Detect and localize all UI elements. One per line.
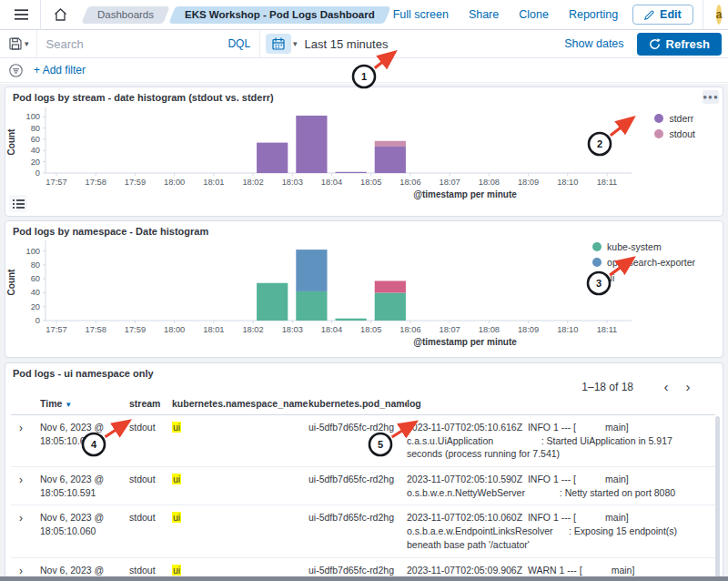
svg-text:18:02: 18:02: [242, 178, 263, 187]
nav-link-clone[interactable]: Clone: [519, 8, 549, 21]
menu-hamburger-icon[interactable]: [9, 3, 33, 26]
bar-chart-stream: 02040608010017:5717:5817:5918:0018:0118:…: [5, 103, 715, 209]
svg-text:18:07: 18:07: [440, 325, 460, 334]
legend-label: stdout: [669, 128, 695, 139]
bar-segment-stderr-18:03[interactable]: [296, 116, 327, 173]
cell-pod: ui-5dfb7d65fc-rd2hg: [308, 505, 407, 557]
cell-log: 2023-11-07T02:05:10.590Z INFO 1 --- [ ma…: [407, 467, 715, 505]
add-filter-link[interactable]: + Add filter: [34, 64, 86, 76]
bar-segment-kube-system-18:05[interactable]: [375, 292, 406, 321]
svg-text:17:59: 17:59: [125, 325, 146, 334]
cell-namespace: ui: [172, 467, 308, 505]
svg-text:18:05: 18:05: [360, 178, 381, 187]
svg-text:@timestamp per minute: @timestamp per minute: [413, 189, 517, 199]
pagination-prev-icon[interactable]: ‹: [655, 381, 677, 393]
edit-button[interactable]: Edit: [632, 5, 693, 25]
svg-text:18:03: 18:03: [282, 178, 303, 187]
cell-pod: ui-5dfb7d65fc-rd2hg: [308, 415, 407, 467]
svg-text:0: 0: [35, 316, 40, 325]
cell-namespace: ui: [172, 505, 308, 557]
breadcrumb-item[interactable]: Dashboards: [85, 6, 167, 24]
cell-time: Nov 6, 2023 @ 18:05:10.060: [40, 505, 129, 557]
bar-segment-stderr-18:04[interactable]: [336, 172, 367, 173]
cell-log: 2023-11-07T02:05:10.060Z INFO 1 --- [ ma…: [407, 505, 715, 557]
avatar-initial: a: [716, 8, 723, 21]
row-expand-icon[interactable]: ›: [11, 511, 23, 526]
nav-links: Full screenShareCloneReporting: [393, 8, 618, 21]
svg-text:80: 80: [31, 260, 40, 270]
panel-options-icon[interactable]: ●●●: [703, 90, 719, 104]
legend-item-stdout[interactable]: stdout: [654, 128, 695, 139]
bar-segment-stdout-18:05[interactable]: [375, 141, 406, 147]
cell-time: Nov 6, 2023 @ 18:05:10.616: [40, 415, 129, 467]
svg-text:17:57: 17:57: [46, 325, 66, 334]
header-namespace[interactable]: kubernetes.namespace_name: [172, 392, 308, 415]
svg-text:100: 100: [25, 247, 40, 256]
legend-item-ui[interactable]: ui: [592, 272, 695, 283]
nav-link-share[interactable]: Share: [469, 8, 499, 21]
saved-query-menu-button[interactable]: ▾: [0, 30, 37, 57]
legend-toggle-button[interactable]: [9, 195, 27, 212]
log-message: 2023-11-07T02:05:10.616Z INFO 1 --- [ ma…: [407, 421, 710, 461]
save-icon: [9, 37, 22, 50]
filter-icon[interactable]: [9, 64, 23, 77]
bar-segment-ui-18:05[interactable]: [375, 280, 406, 292]
bar-segment-kube-system-18:03[interactable]: [296, 291, 327, 321]
legend-dot: [592, 258, 602, 267]
panel-pod-logs-by-stream: Pod logs by stream - date histogram (std…: [5, 87, 723, 217]
table-scrollbar[interactable]: [715, 416, 720, 581]
svg-text:40: 40: [31, 288, 40, 297]
svg-text:18:11: 18:11: [597, 178, 618, 187]
legend-label: kube-system: [607, 241, 662, 252]
bar-segment-stderr-18:02[interactable]: [257, 143, 288, 173]
cell-time: Nov 6, 2023 @ 18:05:10.591: [40, 467, 129, 505]
home-icon[interactable]: [48, 3, 72, 26]
svg-text:18:10: 18:10: [557, 178, 578, 187]
row-expand-icon[interactable]: ›: [11, 421, 23, 436]
date-picker-quick-select-button[interactable]: [266, 34, 291, 54]
bar-segment-kube-system-18:04[interactable]: [336, 319, 367, 321]
legend-item-stderr[interactable]: stderr: [654, 113, 695, 124]
svg-text:18:06: 18:06: [399, 178, 420, 187]
legend-dot: [654, 114, 663, 123]
svg-text:18:10: 18:10: [557, 325, 578, 334]
cell-stream: stdout: [129, 467, 172, 505]
chevron-down-icon[interactable]: ▾: [293, 39, 298, 48]
dashboard-grid: Pod logs by stream - date histogram (std…: [0, 84, 728, 581]
legend-item-kube-system[interactable]: kube-system: [592, 241, 695, 252]
log-table-wrap: Time▼ stream kubernetes.namespace_name k…: [5, 392, 723, 581]
bar-segment-stderr-18:05[interactable]: [375, 147, 406, 173]
chevron-down-icon: ▾: [25, 39, 29, 48]
show-dates-link[interactable]: Show dates: [564, 37, 623, 50]
row-expand-icon[interactable]: ›: [11, 473, 23, 488]
cell-pod: ui-5dfb7d65fc-rd2hg: [308, 467, 407, 505]
avatar[interactable]: a: [716, 5, 723, 25]
svg-text:20: 20: [31, 158, 40, 167]
cell-stream: stdout: [129, 415, 172, 467]
header-time[interactable]: Time▼: [40, 392, 129, 415]
query-language-label: DQL: [228, 37, 250, 50]
list-icon: [13, 199, 25, 209]
panel-pod-logs-table: Pod logs - ui namespace only 1–18 of 18 …: [5, 362, 723, 581]
query-language-button[interactable]: DQL: [218, 30, 260, 57]
header-stream[interactable]: stream: [129, 392, 172, 415]
search-input[interactable]: [37, 37, 219, 51]
svg-text:17:59: 17:59: [125, 178, 146, 187]
legend-item-opensearch-exporter[interactable]: opensearch-exporter: [592, 257, 695, 268]
header-log[interactable]: log: [407, 392, 715, 415]
svg-text:18:02: 18:02: [242, 325, 263, 334]
nav-link-reporting[interactable]: Reporting: [569, 8, 618, 21]
nav-link-full-screen[interactable]: Full screen: [393, 8, 449, 21]
bar-segment-opensearch-exporter-18:03[interactable]: [296, 250, 327, 291]
refresh-button[interactable]: Refresh: [637, 33, 722, 56]
header-pod[interactable]: kubernetes.pod_name: [308, 392, 407, 415]
time-range-label[interactable]: Last 15 minutes: [305, 37, 389, 51]
bar-segment-kube-system-18:02[interactable]: [257, 283, 288, 321]
panel-pod-logs-by-namespace: Pod logs by namespace - Date histogram 0…: [5, 220, 723, 358]
svg-text:18:09: 18:09: [518, 178, 539, 187]
svg-text:Count: Count: [6, 128, 16, 156]
pagination-next-icon[interactable]: ›: [677, 381, 699, 393]
svg-text:18:06: 18:06: [399, 325, 420, 334]
breadcrumb-item[interactable]: EKS Workshop - Pod Logs Dashboard: [172, 6, 388, 24]
query-bar: ▾ DQL ▾ Last 15 minutes Show dates Refre…: [0, 30, 728, 58]
